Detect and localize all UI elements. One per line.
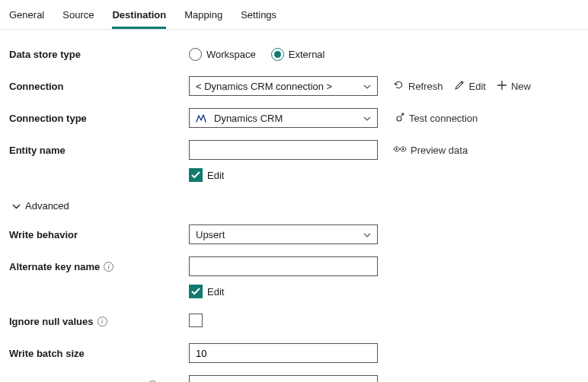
radio-workspace[interactable]: Workspace — [189, 48, 256, 61]
info-icon[interactable]: i — [97, 317, 107, 326]
test-connection-button[interactable]: Test connection — [393, 111, 478, 126]
label-write-batch: Write batch size — [9, 348, 189, 359]
test-connection-icon — [393, 111, 405, 126]
connection-value: < Dynamics CRM connection > — [196, 81, 363, 92]
connection-type-value: Dynamics CRM — [214, 113, 363, 124]
plus-icon — [497, 80, 507, 93]
preview-data-icon — [393, 145, 407, 156]
radio-external[interactable]: External — [271, 48, 325, 61]
write-batch-input[interactable] — [196, 344, 371, 362]
label-alternate-key: Alternate key name i — [9, 261, 189, 272]
entity-name-edit-checkbox[interactable] — [189, 168, 203, 182]
tab-source[interactable]: Source — [62, 6, 94, 29]
tab-general[interactable]: General — [9, 6, 44, 29]
label-connection-type: Connection type — [9, 113, 189, 124]
tabs-bar: General Source Destination Mapping Setti… — [0, 0, 588, 30]
tab-destination[interactable]: Destination — [112, 6, 166, 29]
connection-type-dropdown[interactable]: Dynamics CRM — [189, 108, 378, 128]
svg-point-2 — [402, 148, 404, 149]
write-batch-input-wrapper — [189, 343, 378, 363]
connection-dropdown[interactable]: < Dynamics CRM connection > — [189, 76, 378, 96]
svg-point-0 — [397, 116, 401, 121]
pencil-icon — [454, 79, 465, 93]
write-behavior-value: Upsert — [196, 229, 363, 240]
label-write-behavior: Write behavior — [9, 229, 189, 240]
max-concurrent-input-wrapper — [189, 375, 378, 382]
preview-data-button[interactable]: Preview data — [393, 145, 468, 156]
label-data-store-type: Data store type — [9, 49, 189, 60]
chevron-down-icon — [12, 200, 21, 212]
alternate-key-input[interactable] — [196, 257, 371, 275]
max-concurrent-input[interactable] — [196, 376, 371, 382]
chevron-down-icon — [363, 113, 371, 123]
ignore-null-checkbox[interactable] — [189, 314, 203, 327]
chevron-down-icon — [363, 230, 371, 239]
refresh-button[interactable]: Refresh — [393, 79, 443, 93]
edit-connection-button[interactable]: Edit — [454, 79, 486, 93]
alternate-key-edit-label: Edit — [207, 286, 224, 298]
radio-workspace-label: Workspace — [206, 49, 256, 60]
alternate-key-input-wrapper — [189, 256, 378, 276]
entity-name-input-wrapper — [189, 140, 378, 160]
label-ignore-null: Ignore null values i — [9, 316, 189, 327]
advanced-section-toggle[interactable]: Advanced — [12, 200, 69, 212]
chevron-down-icon — [363, 81, 371, 91]
entity-name-input[interactable] — [196, 141, 371, 159]
svg-point-1 — [395, 148, 397, 149]
dynamics-crm-icon — [196, 113, 206, 123]
tab-mapping[interactable]: Mapping — [184, 6, 222, 29]
refresh-icon — [393, 79, 404, 93]
new-connection-button[interactable]: New — [497, 80, 531, 93]
form-body: Data store type Workspace External Conne… — [0, 30, 588, 382]
tab-settings[interactable]: Settings — [241, 6, 276, 29]
write-behavior-dropdown[interactable]: Upsert — [189, 224, 378, 244]
entity-name-edit-label: Edit — [207, 170, 224, 181]
alternate-key-edit-checkbox[interactable] — [189, 285, 203, 298]
data-store-type-group: Workspace External — [189, 48, 325, 61]
label-max-concurrent: Max concurrent connections i — [9, 380, 189, 383]
info-icon[interactable]: i — [104, 262, 113, 272]
label-connection: Connection — [9, 81, 189, 92]
label-entity-name: Entity name — [9, 145, 189, 156]
radio-external-label: External — [289, 49, 325, 60]
